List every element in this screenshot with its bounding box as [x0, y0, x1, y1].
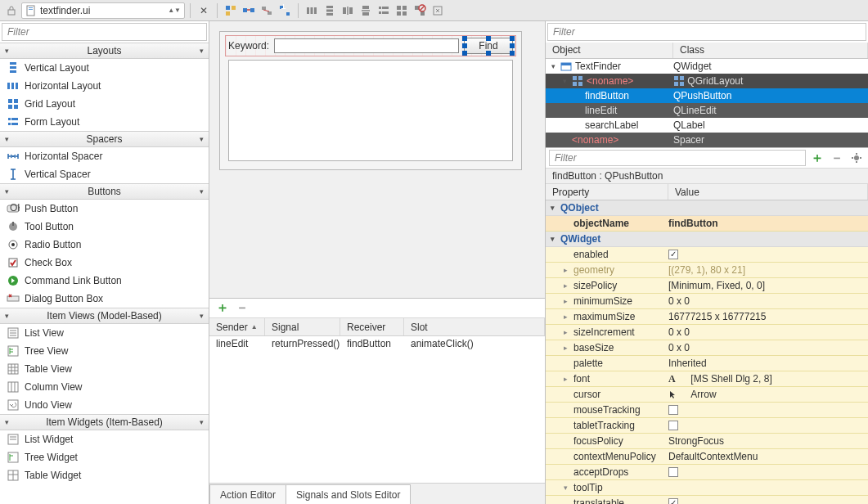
svg-rect-0 [8, 10, 15, 15]
prop-cursor[interactable]: cursor Arrow [546, 387, 868, 403]
prop-acceptDrops[interactable]: acceptDrops [546, 465, 868, 480]
property-settings-icon[interactable] [848, 150, 865, 166]
layout-grid-icon[interactable] [394, 2, 410, 19]
close-file-icon[interactable]: ✕ [196, 2, 212, 19]
widget-tree-widget[interactable]: Tree Widget [0, 448, 209, 466]
widget-form-layout[interactable]: Form Layout [0, 113, 209, 131]
tab-action-editor[interactable]: Action Editor [209, 484, 286, 504]
prop-enabled[interactable]: enabled✓ [546, 247, 868, 263]
layout-form-icon[interactable] [376, 2, 392, 19]
widget-grid-layout[interactable]: Grid Layout [0, 95, 209, 113]
textedit-area[interactable] [228, 60, 513, 161]
form-canvas[interactable]: Keyword: Find [219, 31, 522, 170]
svg-rect-91 [674, 82, 678, 86]
layout-horizontal-splitter-icon[interactable] [340, 2, 356, 19]
property-group-qobject[interactable]: ▾QObject [546, 200, 868, 216]
svg-rect-8 [250, 8, 254, 12]
prop-mouseTracking[interactable]: mouseTracking [546, 403, 868, 418]
break-layout-icon[interactable] [412, 2, 428, 19]
widget-push-button[interactable]: OKPush Button [0, 200, 209, 218]
svg-rect-41 [10, 70, 16, 73]
svg-rect-18 [326, 9, 333, 11]
widget-table-widget[interactable]: Table Widget [0, 466, 209, 484]
property-filter[interactable]: Filter [549, 150, 806, 166]
widget-tree-view[interactable]: Tree View [0, 342, 209, 360]
prop-contextMenuPolicy[interactable]: contextMenuPolicyDefaultContextMenu [546, 449, 868, 465]
svg-rect-20 [343, 7, 346, 14]
lock-icon[interactable] [3, 2, 20, 19]
layout-vertical-splitter-icon[interactable] [358, 2, 374, 19]
file-selector[interactable]: textfinder.ui ▲▼ [21, 2, 185, 19]
find-button[interactable]: Find [464, 38, 513, 54]
category-item-views[interactable]: Item Views (Model-Based) [0, 308, 209, 324]
layout-vertical-icon[interactable] [322, 2, 338, 19]
tab-signals-slots-editor[interactable]: Signals and Slots Editor [286, 484, 411, 504]
lineedit-keyword[interactable] [274, 38, 459, 53]
edit-tab-order-mode-icon[interactable]: 1 [277, 2, 293, 19]
prop-geometry[interactable]: ▸geometry[(279, 1), 80 x 21] [546, 263, 868, 278]
svg-rect-26 [379, 7, 381, 9]
widgetbox-filter[interactable]: Filter [2, 23, 207, 41]
widget-check-box[interactable]: Check Box [0, 254, 209, 272]
widget-tool-button[interactable]: Tool Button [0, 218, 209, 236]
category-spacers[interactable]: Spacers [0, 131, 209, 147]
svg-rect-23 [362, 6, 369, 9]
add-dynamic-property-icon[interactable]: ＋ [809, 150, 825, 166]
property-header: Property Value [546, 184, 868, 200]
layout-horizontal-icon[interactable] [304, 2, 320, 19]
prop-palette[interactable]: paletteInherited [546, 356, 868, 371]
svg-rect-39 [10, 62, 16, 65]
prop-baseSize[interactable]: ▸baseSize0 x 0 [546, 340, 868, 356]
keyword-label[interactable]: Keyword: [228, 40, 269, 52]
widget-list-view[interactable]: List View [0, 324, 209, 342]
property-group-qwidget[interactable]: ▾QWidget [546, 232, 868, 247]
prop-font[interactable]: ▸fontA [MS Shell Dlg 2, 8] [546, 371, 868, 387]
prop-maximumSize[interactable]: ▸maximumSize16777215 x 16777215 [546, 309, 868, 325]
inspector-filter[interactable]: Filter [547, 23, 866, 41]
prop-objectName[interactable]: objectNamefindButton [546, 216, 868, 232]
adjust-size-icon[interactable] [430, 2, 446, 19]
prop-translatable[interactable]: translatable✓ [546, 496, 868, 504]
remove-signal-icon[interactable]: － [234, 300, 250, 317]
add-signal-icon[interactable]: ＋ [214, 300, 231, 317]
prop-toolTip[interactable]: ▾toolTip [546, 480, 868, 496]
svg-rect-67 [8, 364, 18, 374]
svg-rect-10 [268, 11, 272, 15]
edit-widgets-mode-icon[interactable] [223, 2, 239, 19]
widget-radio-button[interactable]: Radio Button [0, 236, 209, 254]
prop-minimumSize[interactable]: ▸minimumSize0 x 0 [546, 294, 868, 309]
prop-focusPolicy[interactable]: focusPolicyStrongFocus [546, 434, 868, 449]
signals-table-row[interactable]: lineEdit returnPressed() findButton anim… [209, 336, 545, 353]
svg-text:1: 1 [281, 4, 286, 11]
category-buttons[interactable]: Buttons [0, 183, 209, 200]
form-design-area[interactable]: Keyword: Find [209, 21, 545, 298]
widget-vertical-layout[interactable]: Vertical Layout [0, 59, 209, 77]
widget-horizontal-spacer[interactable]: Horizontal Spacer [0, 147, 209, 165]
prop-sizeIncrement[interactable]: ▸sizeIncrement0 x 0 [546, 325, 868, 340]
widget-undo-view[interactable]: Undo View [0, 396, 209, 414]
svg-rect-15 [311, 7, 313, 14]
edit-buddies-mode-icon[interactable] [259, 2, 275, 19]
svg-rect-88 [578, 82, 582, 86]
widget-column-view[interactable]: Column View [0, 378, 209, 396]
remove-dynamic-property-icon[interactable]: － [829, 150, 845, 166]
widget-table-view[interactable]: Table View [0, 360, 209, 378]
svg-rect-89 [674, 76, 678, 80]
widget-list-widget[interactable]: List Widget [0, 430, 209, 448]
svg-rect-47 [8, 105, 12, 109]
widget-horizontal-layout[interactable]: Horizontal Layout [0, 77, 209, 95]
edit-signals-mode-icon[interactable] [241, 2, 257, 19]
category-layouts[interactable]: Layouts [0, 43, 209, 59]
widget-command-link-button[interactable]: Command Link Button [0, 272, 209, 290]
widget-vertical-spacer[interactable]: Vertical Spacer [0, 165, 209, 183]
prop-tabletTracking[interactable]: tabletTracking [546, 418, 868, 434]
svg-text:OK: OK [10, 202, 20, 214]
svg-rect-12 [286, 12, 290, 16]
category-item-widgets[interactable]: Item Widgets (Item-Based) [0, 414, 209, 430]
prop-sizePolicy[interactable]: ▸sizePolicy[Minimum, Fixed, 0, 0] [546, 278, 868, 294]
svg-rect-50 [11, 118, 18, 120]
object-inspector-tree[interactable]: ▾TextFinder QWidget ▾<noname> QGridLayou… [546, 59, 868, 147]
signals-editor-panel: ＋ － Sender▲ Signal Receiver Slot lineEdi… [209, 298, 545, 504]
widget-dialog-button-box[interactable]: Dialog Button Box [0, 290, 209, 308]
svg-rect-2 [29, 7, 33, 8]
